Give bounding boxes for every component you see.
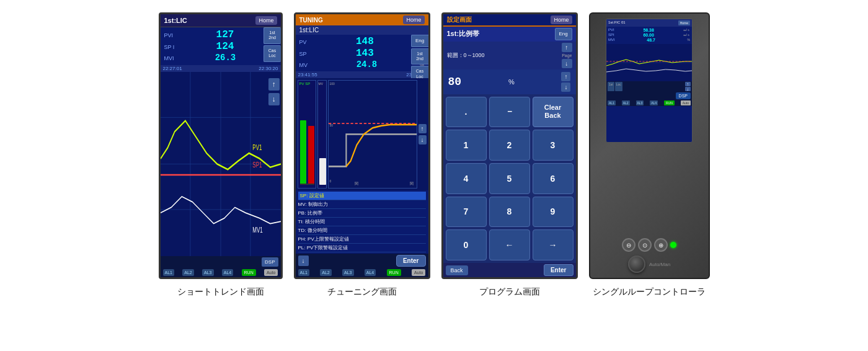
- screen2-device: TUNING Home 1st:LIC PV 148 mm SP 143 mm: [294, 12, 430, 279]
- list-item-mv[interactable]: MV: 制御出力: [298, 200, 426, 209]
- screen3-enter-button[interactable]: Enter: [544, 264, 574, 276]
- al4-button[interactable]: AL4: [222, 269, 233, 276]
- hw-home-btn[interactable]: Home: [678, 20, 690, 25]
- screen2-lic-name: 1st:LIC: [299, 27, 319, 33]
- auto-button[interactable]: Auto: [264, 269, 278, 276]
- list-item-pl[interactable]: PL: PV下限警報設定値: [298, 244, 426, 252]
- hw-al2[interactable]: AL2: [622, 100, 630, 105]
- value-arrow-down[interactable]: ↓: [561, 82, 570, 92]
- hardware-caption: シングルループコントローラ: [593, 287, 706, 298]
- trend-svg: PV1 SP1 MV1: [161, 72, 281, 256]
- tuning-arrow-up[interactable]: ↑: [418, 124, 427, 133]
- hw-btn-select[interactable]: ⊙: [638, 238, 652, 252]
- dsp-button[interactable]: DSP: [262, 257, 278, 267]
- screen2-time-bar: 23:41:55 23:49:34: [296, 71, 428, 78]
- hw-down-arrow[interactable]: ↓: [685, 87, 691, 91]
- screen2-1st2nd-button[interactable]: 1st 2nd: [411, 48, 428, 65]
- key-0[interactable]: 0: [446, 229, 487, 260]
- screen2-eng-button[interactable]: Eng: [411, 35, 428, 47]
- hw-al3[interactable]: AL3: [636, 100, 644, 105]
- list-item-ti[interactable]: TI: 積分時間: [298, 218, 426, 226]
- hardware-unit: 1st:FIC 01 Home PVI 58.38 ㎜/ｓ SPI 60.00 …: [589, 12, 710, 298]
- screen3-eng-button[interactable]: Eng: [555, 28, 572, 40]
- mv-row: MVI 26.3 %: [164, 53, 277, 63]
- hw-arrows: ↑ ↓: [685, 82, 691, 91]
- key-7[interactable]: 7: [446, 197, 487, 228]
- trend-chart-area: PV1 SP1 MV1 ↑ ↓: [161, 72, 281, 256]
- list-item-sp[interactable]: SP: 設定値: [298, 192, 426, 200]
- current-value: 80: [448, 76, 462, 88]
- btn-cas-loc[interactable]: Cas Loc: [264, 45, 281, 62]
- al1-button[interactable]: AL1: [163, 269, 174, 276]
- key-8[interactable]: 8: [489, 197, 530, 228]
- screen2-unit: TUNING Home 1st:LIC PV 148 mm SP 143 mm: [294, 12, 430, 298]
- bottom-bar: AL1 AL2 AL3 AL4 RUN Auto: [161, 268, 281, 277]
- key-arrow-left[interactable]: ←: [489, 229, 530, 260]
- hw-btn-up[interactable]: ⊕: [654, 238, 668, 252]
- key-clear-back[interactable]: Clear Back: [533, 97, 574, 128]
- hw-knob[interactable]: [628, 255, 645, 273]
- screen2-subheader: 1st:LIC: [296, 25, 428, 35]
- chart-100-label: 100: [330, 82, 335, 86]
- key-9[interactable]: 9: [533, 197, 574, 228]
- list-item-ph[interactable]: PH: PV上限警報設定値: [298, 235, 426, 244]
- screen2-al4[interactable]: AL4: [365, 269, 376, 276]
- back-button[interactable]: Back: [446, 265, 468, 275]
- screen2-caption: チューニング画面: [327, 287, 397, 298]
- tuning-arrow-down[interactable]: ↓: [418, 135, 427, 144]
- pv-label: PVI: [164, 32, 180, 38]
- screen2-mv-row: MV 24.8 %: [299, 60, 425, 69]
- trend-arrow-up[interactable]: ↑: [268, 78, 280, 91]
- screen3-home-button[interactable]: Home: [551, 16, 572, 24]
- list-scroll-down[interactable]: ↓: [298, 255, 309, 266]
- trend-arrow-down[interactable]: ↓: [268, 93, 280, 105]
- hw-run[interactable]: RUN: [664, 100, 675, 105]
- key-dot[interactable]: .: [446, 97, 487, 128]
- screen2-al3[interactable]: AL3: [342, 269, 353, 276]
- hw-mini-trend: [606, 44, 692, 81]
- key-4[interactable]: 4: [446, 163, 487, 194]
- key-6[interactable]: 6: [533, 163, 574, 194]
- key-1[interactable]: 1: [446, 130, 487, 161]
- hw-loc-label[interactable]: Loc: [615, 82, 622, 91]
- screen2-auto[interactable]: Auto: [412, 269, 425, 276]
- hw-al4[interactable]: AL4: [650, 100, 658, 105]
- page-up-button[interactable]: ↑: [562, 43, 572, 52]
- al3-button[interactable]: AL3: [202, 269, 213, 276]
- screen2-al1[interactable]: AL1: [298, 269, 309, 276]
- screen1-unit: 1st:LIC Home PVI 127 ㎜ SP I 124 ㎜ MVI 26…: [159, 12, 283, 298]
- screen2-run[interactable]: RUN: [387, 269, 401, 276]
- screen1-home-button[interactable]: Home: [255, 16, 277, 25]
- hw-al1[interactable]: AL1: [608, 100, 616, 105]
- hw-pv-value: 58.38: [643, 28, 654, 32]
- screen2-home-button[interactable]: Home: [403, 16, 424, 24]
- list-item-td[interactable]: TD: 微分時間: [298, 226, 426, 235]
- screen2-al2[interactable]: AL2: [320, 269, 331, 276]
- hw-up-arrow[interactable]: ↑: [685, 82, 691, 86]
- value-arrow-up[interactable]: ↑: [561, 72, 570, 81]
- btn-1st-2nd[interactable]: 1st 2nd: [264, 27, 281, 44]
- key-2[interactable]: 2: [489, 130, 530, 161]
- key-minus[interactable]: －: [489, 97, 530, 128]
- hw-mini-title: 1st:FIC 01: [608, 20, 626, 25]
- page-down-button[interactable]: ↓: [562, 59, 572, 68]
- screen1-caption: ショートトレンド画面: [177, 287, 264, 298]
- hw-sp-row: SPI 60.00 ㎜/ｓ: [608, 33, 690, 37]
- tuning-chart-area: PV SP MV 100 50 0: [296, 78, 428, 190]
- key-5[interactable]: 5: [489, 163, 530, 194]
- screen2-mv-value: 24.8: [356, 60, 378, 69]
- key-arrow-right[interactable]: →: [533, 229, 574, 260]
- hw-btn-down[interactable]: ⊖: [622, 238, 636, 252]
- enter-button[interactable]: Enter: [396, 255, 426, 267]
- screen2-values: PV 148 mm SP 143 mm MV 24.8 % Eng: [296, 35, 428, 71]
- hw-dsp-button[interactable]: DSP: [676, 92, 691, 99]
- al2-button[interactable]: AL2: [182, 269, 193, 276]
- hw-auto[interactable]: Auto: [681, 100, 691, 105]
- screen2-sp-row: SP 143 mm: [299, 48, 425, 59]
- list-item-pb[interactable]: PB: 比例帯: [298, 209, 426, 218]
- hw-1st-label[interactable]: 1st: [608, 82, 614, 91]
- key-3[interactable]: 3: [533, 130, 574, 161]
- screen3-settings-title: 設定画面: [447, 16, 472, 24]
- range-text: 範囲：0～1000: [447, 51, 485, 60]
- run-button[interactable]: RUN: [242, 269, 256, 276]
